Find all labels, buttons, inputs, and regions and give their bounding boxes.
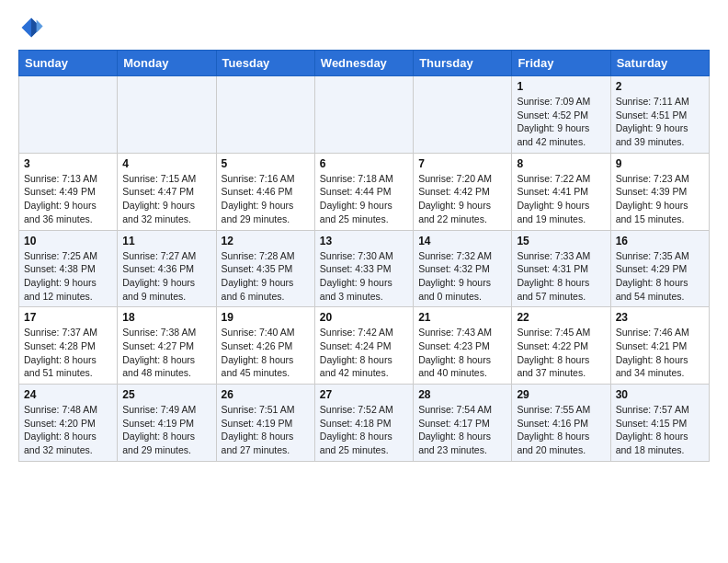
day-info: Sunrise: 7:43 AMSunset: 4:23 PMDaylight:… — [418, 326, 506, 380]
day-header-sunday: Sunday — [19, 51, 118, 76]
day-header-saturday: Saturday — [610, 51, 709, 76]
day-number: 9 — [616, 157, 704, 170]
day-number: 6 — [320, 157, 408, 170]
day-header-thursday: Thursday — [414, 51, 512, 76]
day-number: 3 — [24, 157, 112, 170]
day-info: Sunrise: 7:28 AMSunset: 4:35 PMDaylight:… — [222, 249, 310, 304]
calendar-cell: 22Sunrise: 7:45 AMSunset: 4:22 PMDayligh… — [512, 307, 610, 385]
page: SundayMondayTuesdayWednesdayThursdayFrid… — [0, 0, 728, 477]
calendar-cell: 8Sunrise: 7:22 AMSunset: 4:41 PMDaylight… — [512, 153, 610, 230]
calendar-cell — [118, 76, 216, 154]
day-info: Sunrise: 7:45 AMSunset: 4:22 PMDaylight:… — [517, 326, 605, 380]
calendar-header-row: SundayMondayTuesdayWednesdayThursdayFrid… — [19, 51, 710, 76]
day-info: Sunrise: 7:48 AMSunset: 4:20 PMDaylight:… — [24, 403, 112, 457]
day-info: Sunrise: 7:51 AMSunset: 4:19 PMDaylight:… — [222, 403, 310, 457]
day-number: 24 — [24, 388, 112, 401]
calendar-cell: 9Sunrise: 7:23 AMSunset: 4:39 PMDaylight… — [610, 153, 709, 230]
calendar-cell: 26Sunrise: 7:51 AMSunset: 4:19 PMDayligh… — [216, 385, 314, 462]
calendar-cell: 24Sunrise: 7:48 AMSunset: 4:20 PMDayligh… — [19, 385, 118, 462]
calendar-cell: 10Sunrise: 7:25 AMSunset: 4:38 PMDayligh… — [19, 230, 118, 307]
day-info: Sunrise: 7:40 AMSunset: 4:26 PMDaylight:… — [222, 326, 310, 380]
calendar-week-row: 3Sunrise: 7:13 AMSunset: 4:49 PMDaylight… — [19, 153, 710, 230]
day-info: Sunrise: 7:55 AMSunset: 4:16 PMDaylight:… — [517, 403, 605, 457]
day-number: 22 — [517, 311, 605, 324]
calendar-cell — [314, 76, 413, 154]
calendar-cell: 18Sunrise: 7:38 AMSunset: 4:27 PMDayligh… — [118, 307, 216, 385]
day-info: Sunrise: 7:54 AMSunset: 4:17 PMDaylight:… — [418, 403, 506, 457]
day-info: Sunrise: 7:30 AMSunset: 4:33 PMDaylight:… — [320, 249, 408, 304]
day-number: 8 — [517, 157, 605, 170]
day-number: 12 — [222, 235, 310, 247]
calendar-cell: 1Sunrise: 7:09 AMSunset: 4:52 PMDaylight… — [512, 76, 610, 154]
day-number: 23 — [616, 311, 704, 324]
header — [18, 15, 710, 40]
calendar-cell: 5Sunrise: 7:16 AMSunset: 4:46 PMDaylight… — [216, 153, 314, 230]
calendar-week-row: 17Sunrise: 7:37 AMSunset: 4:28 PMDayligh… — [19, 307, 710, 385]
day-number: 18 — [122, 311, 210, 324]
day-info: Sunrise: 7:13 AMSunset: 4:49 PMDaylight:… — [24, 172, 112, 226]
day-header-monday: Monday — [118, 51, 216, 76]
day-info: Sunrise: 7:37 AMSunset: 4:28 PMDaylight:… — [24, 326, 112, 380]
calendar-cell: 13Sunrise: 7:30 AMSunset: 4:33 PMDayligh… — [314, 230, 413, 307]
day-info: Sunrise: 7:27 AMSunset: 4:36 PMDaylight:… — [122, 249, 210, 304]
day-info: Sunrise: 7:57 AMSunset: 4:15 PMDaylight:… — [616, 403, 704, 457]
calendar-cell: 11Sunrise: 7:27 AMSunset: 4:36 PMDayligh… — [118, 230, 216, 307]
day-number: 26 — [222, 388, 310, 401]
calendar-cell: 28Sunrise: 7:54 AMSunset: 4:17 PMDayligh… — [414, 385, 512, 462]
day-number: 11 — [122, 235, 210, 247]
day-number: 28 — [418, 388, 506, 401]
day-info: Sunrise: 7:15 AMSunset: 4:47 PMDaylight:… — [122, 172, 210, 226]
calendar-cell: 25Sunrise: 7:49 AMSunset: 4:19 PMDayligh… — [118, 385, 216, 462]
day-number: 13 — [320, 235, 408, 247]
day-info: Sunrise: 7:49 AMSunset: 4:19 PMDaylight:… — [122, 403, 210, 457]
calendar-week-row: 10Sunrise: 7:25 AMSunset: 4:38 PMDayligh… — [19, 230, 710, 307]
calendar-cell: 20Sunrise: 7:42 AMSunset: 4:24 PMDayligh… — [314, 307, 413, 385]
day-info: Sunrise: 7:18 AMSunset: 4:44 PMDaylight:… — [320, 172, 408, 226]
calendar-week-row: 24Sunrise: 7:48 AMSunset: 4:20 PMDayligh… — [19, 385, 710, 462]
calendar-cell: 4Sunrise: 7:15 AMSunset: 4:47 PMDaylight… — [118, 153, 216, 230]
calendar-cell: 12Sunrise: 7:28 AMSunset: 4:35 PMDayligh… — [216, 230, 314, 307]
calendar-cell: 21Sunrise: 7:43 AMSunset: 4:23 PMDayligh… — [414, 307, 512, 385]
calendar-week-row: 1Sunrise: 7:09 AMSunset: 4:52 PMDaylight… — [19, 76, 710, 154]
day-info: Sunrise: 7:52 AMSunset: 4:18 PMDaylight:… — [320, 403, 408, 457]
day-info: Sunrise: 7:42 AMSunset: 4:24 PMDaylight:… — [320, 326, 408, 380]
day-number: 19 — [222, 311, 310, 324]
day-number: 10 — [24, 235, 112, 247]
calendar-cell — [216, 76, 314, 154]
calendar-cell: 6Sunrise: 7:18 AMSunset: 4:44 PMDaylight… — [314, 153, 413, 230]
day-number: 5 — [222, 157, 310, 170]
calendar-cell — [19, 76, 118, 154]
calendar-cell — [414, 76, 512, 154]
day-number: 20 — [320, 311, 408, 324]
calendar-cell: 14Sunrise: 7:32 AMSunset: 4:32 PMDayligh… — [414, 230, 512, 307]
day-number: 15 — [517, 235, 605, 247]
day-number: 14 — [418, 235, 506, 247]
svg-marker-2 — [37, 20, 43, 33]
day-number: 27 — [320, 388, 408, 401]
calendar-cell: 16Sunrise: 7:35 AMSunset: 4:29 PMDayligh… — [610, 230, 709, 307]
day-header-wednesday: Wednesday — [314, 51, 413, 76]
calendar-cell: 7Sunrise: 7:20 AMSunset: 4:42 PMDaylight… — [414, 153, 512, 230]
calendar-cell: 29Sunrise: 7:55 AMSunset: 4:16 PMDayligh… — [512, 385, 610, 462]
calendar-cell: 2Sunrise: 7:11 AMSunset: 4:51 PMDaylight… — [610, 76, 709, 154]
day-info: Sunrise: 7:25 AMSunset: 4:38 PMDaylight:… — [24, 249, 112, 304]
day-number: 7 — [418, 157, 506, 170]
logo — [18, 15, 48, 40]
day-number: 17 — [24, 311, 112, 324]
day-info: Sunrise: 7:33 AMSunset: 4:31 PMDaylight:… — [517, 249, 605, 304]
day-number: 1 — [517, 80, 605, 93]
day-info: Sunrise: 7:20 AMSunset: 4:42 PMDaylight:… — [418, 172, 506, 226]
calendar-cell: 17Sunrise: 7:37 AMSunset: 4:28 PMDayligh… — [19, 307, 118, 385]
day-number: 29 — [517, 388, 605, 401]
day-info: Sunrise: 7:32 AMSunset: 4:32 PMDaylight:… — [418, 249, 506, 304]
calendar-cell: 19Sunrise: 7:40 AMSunset: 4:26 PMDayligh… — [216, 307, 314, 385]
day-number: 21 — [418, 311, 506, 324]
calendar-cell: 23Sunrise: 7:46 AMSunset: 4:21 PMDayligh… — [610, 307, 709, 385]
calendar-cell: 15Sunrise: 7:33 AMSunset: 4:31 PMDayligh… — [512, 230, 610, 307]
day-number: 4 — [122, 157, 210, 170]
day-info: Sunrise: 7:09 AMSunset: 4:52 PMDaylight:… — [517, 95, 605, 149]
day-info: Sunrise: 7:23 AMSunset: 4:39 PMDaylight:… — [616, 172, 704, 226]
day-info: Sunrise: 7:46 AMSunset: 4:21 PMDaylight:… — [616, 326, 704, 380]
logo-icon — [18, 15, 44, 40]
day-info: Sunrise: 7:22 AMSunset: 4:41 PMDaylight:… — [517, 172, 605, 226]
